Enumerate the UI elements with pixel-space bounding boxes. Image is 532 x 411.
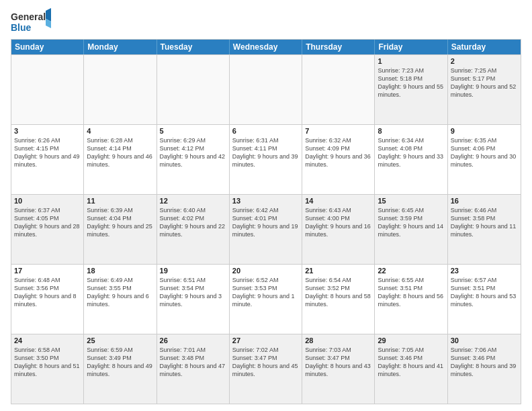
calendar: SundayMondayTuesdayWednesdayThursdayFrid… bbox=[11, 39, 521, 404]
day-number: 13 bbox=[232, 197, 299, 205]
day-number: 12 bbox=[160, 197, 226, 205]
calendar-row-4: 24 Sunrise: 6:58 AMSunset: 3:50 PMDaylig… bbox=[11, 334, 521, 404]
logo: General Blue bbox=[11, 8, 51, 35]
logo-svg: General Blue bbox=[11, 8, 51, 35]
header-day-friday: Friday bbox=[375, 40, 447, 54]
calendar-cell-0-4 bbox=[302, 55, 375, 124]
cell-detail: Sunrise: 7:05 AMSunset: 3:46 PMDaylight:… bbox=[378, 346, 444, 379]
cell-detail: Sunrise: 7:06 AMSunset: 3:46 PMDaylight:… bbox=[451, 346, 518, 379]
day-number: 20 bbox=[232, 267, 299, 275]
calendar-cell-0-1 bbox=[84, 55, 157, 124]
day-number: 29 bbox=[378, 336, 444, 345]
cell-detail: Sunrise: 6:37 AMSunset: 4:05 PMDaylight:… bbox=[14, 206, 81, 239]
calendar-row-1: 3 Sunrise: 6:26 AMSunset: 4:15 PMDayligh… bbox=[11, 124, 521, 194]
day-number: 3 bbox=[14, 127, 81, 135]
calendar-cell-1-5: 8 Sunrise: 6:34 AMSunset: 4:08 PMDayligh… bbox=[375, 125, 447, 194]
cell-detail: Sunrise: 6:43 AMSunset: 4:00 PMDaylight:… bbox=[305, 206, 371, 239]
day-number: 11 bbox=[87, 197, 153, 205]
cell-detail: Sunrise: 6:51 AMSunset: 3:54 PMDaylight:… bbox=[160, 276, 226, 309]
calendar-cell-0-5: 1 Sunrise: 7:23 AMSunset: 5:18 PMDayligh… bbox=[375, 55, 447, 124]
day-number: 24 bbox=[14, 336, 81, 345]
calendar-cell-1-6: 9 Sunrise: 6:35 AMSunset: 4:06 PMDayligh… bbox=[448, 125, 521, 194]
day-number: 30 bbox=[451, 336, 518, 345]
calendar-cell-1-2: 5 Sunrise: 6:29 AMSunset: 4:12 PMDayligh… bbox=[157, 125, 230, 194]
day-number: 15 bbox=[378, 197, 444, 205]
header-day-saturday: Saturday bbox=[448, 40, 521, 54]
cell-detail: Sunrise: 7:25 AMSunset: 5:17 PMDaylight:… bbox=[451, 66, 518, 99]
calendar-cell-0-6: 2 Sunrise: 7:25 AMSunset: 5:17 PMDayligh… bbox=[448, 55, 521, 124]
calendar-cell-2-0: 10 Sunrise: 6:37 AMSunset: 4:05 PMDaylig… bbox=[11, 195, 84, 264]
calendar-cell-4-2: 26 Sunrise: 7:01 AMSunset: 3:48 PMDaylig… bbox=[157, 334, 230, 404]
cell-detail: Sunrise: 6:34 AMSunset: 4:08 PMDaylight:… bbox=[378, 136, 444, 169]
cell-detail: Sunrise: 6:29 AMSunset: 4:12 PMDaylight:… bbox=[160, 136, 226, 169]
calendar-cell-4-1: 25 Sunrise: 6:59 AMSunset: 3:49 PMDaylig… bbox=[84, 334, 157, 404]
day-number: 28 bbox=[305, 336, 371, 345]
day-number: 7 bbox=[305, 127, 371, 135]
cell-detail: Sunrise: 6:59 AMSunset: 3:49 PMDaylight:… bbox=[87, 346, 153, 379]
day-number: 9 bbox=[451, 127, 518, 135]
calendar-cell-4-3: 27 Sunrise: 7:02 AMSunset: 3:47 PMDaylig… bbox=[230, 334, 302, 404]
calendar-cell-4-5: 29 Sunrise: 7:05 AMSunset: 3:46 PMDaylig… bbox=[375, 334, 447, 404]
cell-detail: Sunrise: 6:32 AMSunset: 4:09 PMDaylight:… bbox=[305, 136, 371, 169]
calendar-cell-4-0: 24 Sunrise: 6:58 AMSunset: 3:50 PMDaylig… bbox=[11, 334, 84, 404]
cell-detail: Sunrise: 7:23 AMSunset: 5:18 PMDaylight:… bbox=[378, 66, 444, 99]
cell-detail: Sunrise: 6:45 AMSunset: 3:59 PMDaylight:… bbox=[378, 206, 444, 239]
cell-detail: Sunrise: 7:02 AMSunset: 3:47 PMDaylight:… bbox=[232, 346, 299, 379]
day-number: 4 bbox=[87, 127, 153, 135]
day-number: 19 bbox=[160, 267, 226, 275]
cell-detail: Sunrise: 6:57 AMSunset: 3:51 PMDaylight:… bbox=[451, 276, 518, 309]
day-number: 21 bbox=[305, 267, 371, 275]
header-day-monday: Monday bbox=[84, 40, 157, 54]
day-number: 2 bbox=[451, 57, 518, 65]
calendar-cell-3-5: 22 Sunrise: 6:55 AMSunset: 3:51 PMDaylig… bbox=[375, 265, 447, 334]
header-day-sunday: Sunday bbox=[11, 40, 84, 54]
header-day-wednesday: Wednesday bbox=[230, 40, 302, 54]
day-number: 26 bbox=[160, 336, 226, 345]
calendar-cell-3-2: 19 Sunrise: 6:51 AMSunset: 3:54 PMDaylig… bbox=[157, 265, 230, 334]
calendar-cell-0-0 bbox=[11, 55, 84, 124]
calendar-cell-2-4: 14 Sunrise: 6:43 AMSunset: 4:00 PMDaylig… bbox=[302, 195, 375, 264]
cell-detail: Sunrise: 6:48 AMSunset: 3:56 PMDaylight:… bbox=[14, 276, 81, 309]
cell-detail: Sunrise: 7:01 AMSunset: 3:48 PMDaylight:… bbox=[160, 346, 226, 379]
calendar-cell-2-6: 16 Sunrise: 6:46 AMSunset: 3:58 PMDaylig… bbox=[448, 195, 521, 264]
day-number: 10 bbox=[14, 197, 81, 205]
svg-text:Blue: Blue bbox=[11, 22, 32, 33]
cell-detail: Sunrise: 6:31 AMSunset: 4:11 PMDaylight:… bbox=[232, 136, 299, 169]
calendar-cell-4-6: 30 Sunrise: 7:06 AMSunset: 3:46 PMDaylig… bbox=[448, 334, 521, 404]
day-number: 18 bbox=[87, 267, 153, 275]
day-number: 23 bbox=[451, 267, 518, 275]
calendar-cell-1-0: 3 Sunrise: 6:26 AMSunset: 4:15 PMDayligh… bbox=[11, 125, 84, 194]
calendar-cell-3-1: 18 Sunrise: 6:49 AMSunset: 3:55 PMDaylig… bbox=[84, 265, 157, 334]
calendar-cell-0-2 bbox=[157, 55, 230, 124]
page: General Blue SundayMondayTuesdayWednesda… bbox=[0, 0, 532, 411]
calendar-cell-3-6: 23 Sunrise: 6:57 AMSunset: 3:51 PMDaylig… bbox=[448, 265, 521, 334]
calendar-cell-3-3: 20 Sunrise: 6:52 AMSunset: 3:53 PMDaylig… bbox=[230, 265, 302, 334]
cell-detail: Sunrise: 6:35 AMSunset: 4:06 PMDaylight:… bbox=[451, 136, 518, 169]
calendar-cell-2-3: 13 Sunrise: 6:42 AMSunset: 4:01 PMDaylig… bbox=[230, 195, 302, 264]
day-number: 14 bbox=[305, 197, 371, 205]
calendar-cell-2-5: 15 Sunrise: 6:45 AMSunset: 3:59 PMDaylig… bbox=[375, 195, 447, 264]
day-number: 27 bbox=[232, 336, 299, 345]
calendar-row-2: 10 Sunrise: 6:37 AMSunset: 4:05 PMDaylig… bbox=[11, 194, 521, 264]
calendar-cell-3-4: 21 Sunrise: 6:54 AMSunset: 3:52 PMDaylig… bbox=[302, 265, 375, 334]
cell-detail: Sunrise: 6:54 AMSunset: 3:52 PMDaylight:… bbox=[305, 276, 371, 309]
cell-detail: Sunrise: 6:40 AMSunset: 4:02 PMDaylight:… bbox=[160, 206, 226, 239]
calendar-cell-3-0: 17 Sunrise: 6:48 AMSunset: 3:56 PMDaylig… bbox=[11, 265, 84, 334]
cell-detail: Sunrise: 7:03 AMSunset: 3:47 PMDaylight:… bbox=[305, 346, 371, 379]
calendar-cell-4-4: 28 Sunrise: 7:03 AMSunset: 3:47 PMDaylig… bbox=[302, 334, 375, 404]
day-number: 6 bbox=[232, 127, 299, 135]
header-day-thursday: Thursday bbox=[302, 40, 375, 54]
day-number: 17 bbox=[14, 267, 81, 275]
day-number: 5 bbox=[160, 127, 226, 135]
calendar-header: SundayMondayTuesdayWednesdayThursdayFrid… bbox=[11, 40, 521, 54]
calendar-row-0: 1 Sunrise: 7:23 AMSunset: 5:18 PMDayligh… bbox=[11, 54, 521, 124]
calendar-row-3: 17 Sunrise: 6:48 AMSunset: 3:56 PMDaylig… bbox=[11, 264, 521, 334]
header: General Blue bbox=[11, 8, 521, 35]
cell-detail: Sunrise: 6:58 AMSunset: 3:50 PMDaylight:… bbox=[14, 346, 81, 379]
svg-text:General: General bbox=[11, 11, 46, 22]
cell-detail: Sunrise: 6:39 AMSunset: 4:04 PMDaylight:… bbox=[87, 206, 153, 239]
calendar-cell-2-1: 11 Sunrise: 6:39 AMSunset: 4:04 PMDaylig… bbox=[84, 195, 157, 264]
calendar-cell-2-2: 12 Sunrise: 6:40 AMSunset: 4:02 PMDaylig… bbox=[157, 195, 230, 264]
calendar-cell-1-4: 7 Sunrise: 6:32 AMSunset: 4:09 PMDayligh… bbox=[302, 125, 375, 194]
day-number: 25 bbox=[87, 336, 153, 345]
